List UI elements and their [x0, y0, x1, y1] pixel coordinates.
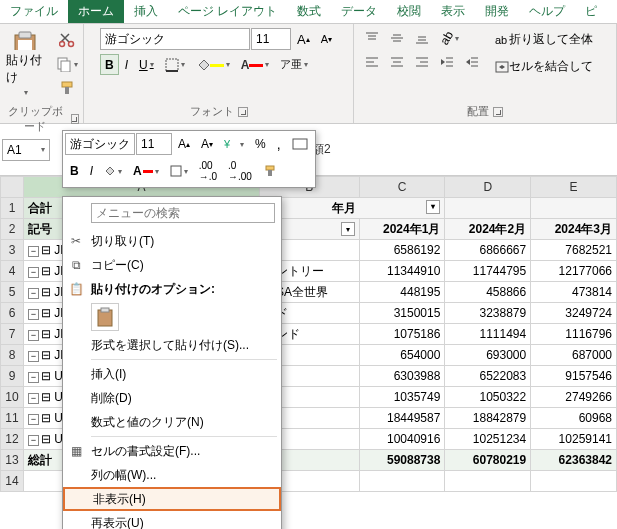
borders-button[interactable]: ▾: [160, 54, 190, 75]
menu-copy[interactable]: ⧉コピー(C): [63, 253, 281, 277]
merge-button[interactable]: セルを結合して: [490, 55, 610, 78]
mini-accounting-button[interactable]: ¥▾: [219, 134, 249, 154]
row-header-6[interactable]: 6: [1, 303, 24, 324]
menu-insert[interactable]: 挿入(I): [63, 362, 281, 386]
mini-format-painter[interactable]: [258, 161, 282, 181]
menu-delete[interactable]: 削除(D): [63, 386, 281, 410]
mini-grow-font[interactable]: A▴: [173, 134, 195, 154]
indent-increase-button[interactable]: [460, 52, 484, 72]
tab-view[interactable]: 表示: [431, 0, 475, 23]
row-header-9[interactable]: 9: [1, 366, 24, 387]
tab-cut[interactable]: ピ: [575, 0, 607, 23]
align-bottom-button[interactable]: [410, 28, 434, 48]
phonetic-button[interactable]: ア亜▾: [275, 54, 313, 75]
underline-button[interactable]: U▾: [134, 54, 159, 75]
grow-font-button[interactable]: A▴: [292, 28, 315, 50]
italic-button[interactable]: I: [120, 54, 133, 75]
align-right-button[interactable]: [410, 52, 434, 72]
align-launcher[interactable]: [493, 107, 503, 117]
tab-home[interactable]: ホーム: [68, 0, 124, 23]
mini-inc-decimal[interactable]: .00→.0: [194, 157, 222, 185]
collapse-icon[interactable]: −: [28, 414, 39, 425]
menu-search-input[interactable]: [91, 203, 275, 223]
orientation-button[interactable]: ab▾: [435, 28, 464, 48]
collapse-icon[interactable]: −: [28, 288, 39, 299]
tab-page-layout[interactable]: ページ レイアウト: [168, 0, 287, 23]
font-name-select[interactable]: [100, 28, 250, 50]
align-center-button[interactable]: [385, 52, 409, 72]
row-header-4[interactable]: 4: [1, 261, 24, 282]
filter-button[interactable]: ▾: [426, 200, 440, 214]
month-col-3[interactable]: 2024年3月: [531, 219, 617, 240]
menu-paste-special[interactable]: 形式を選択して貼り付け(S)...: [63, 333, 281, 357]
col-header-E[interactable]: E: [531, 177, 617, 198]
row-header-5[interactable]: 5: [1, 282, 24, 303]
name-box[interactable]: A1▾: [2, 139, 50, 161]
paste-option-default[interactable]: [91, 303, 119, 331]
row-header-13[interactable]: 13: [1, 450, 24, 471]
tab-formulas[interactable]: 数式: [287, 0, 331, 23]
font-launcher[interactable]: [238, 107, 248, 117]
tab-developer[interactable]: 開発: [475, 0, 519, 23]
menu-hide[interactable]: 非表示(H): [63, 487, 281, 511]
collapse-icon[interactable]: −: [28, 246, 39, 257]
collapse-icon[interactable]: −: [28, 372, 39, 383]
row-header-12[interactable]: 12: [1, 429, 24, 450]
cut-button[interactable]: [51, 29, 83, 51]
fill-color-button[interactable]: ▾: [191, 54, 235, 75]
select-all-corner[interactable]: [1, 177, 24, 198]
row-header-11[interactable]: 11: [1, 408, 24, 429]
mini-comma-button[interactable]: ,: [272, 133, 286, 155]
row-header-2[interactable]: 2: [1, 219, 24, 240]
month-col-2[interactable]: 2024年2月: [445, 219, 531, 240]
mini-borders[interactable]: ▾: [165, 162, 193, 180]
menu-cut[interactable]: ✂切り取り(T): [63, 229, 281, 253]
copy-button[interactable]: ▾: [51, 53, 83, 75]
mini-italic[interactable]: I: [85, 161, 98, 181]
collapse-icon[interactable]: −: [28, 330, 39, 341]
wrap-text-button[interactable]: ab折り返して全体: [490, 28, 610, 51]
menu-unhide[interactable]: 再表示(U): [63, 511, 281, 529]
tab-help[interactable]: ヘルプ: [519, 0, 575, 23]
mini-font-select[interactable]: [65, 133, 135, 155]
row-header-1[interactable]: 1: [1, 198, 24, 219]
align-top-button[interactable]: [360, 28, 384, 48]
mini-shrink-font[interactable]: A▾: [196, 134, 218, 154]
collapse-icon[interactable]: −: [28, 267, 39, 278]
format-painter-button[interactable]: [51, 77, 83, 99]
align-middle-button[interactable]: [385, 28, 409, 48]
tab-review[interactable]: 校閲: [387, 0, 431, 23]
mini-merge-button[interactable]: [287, 135, 313, 153]
tab-insert[interactable]: 挿入: [124, 0, 168, 23]
tab-file[interactable]: ファイル: [0, 0, 68, 23]
collapse-icon[interactable]: −: [28, 393, 39, 404]
clipboard-launcher[interactable]: [71, 114, 80, 124]
indent-decrease-button[interactable]: [435, 52, 459, 72]
bold-button[interactable]: B: [100, 54, 119, 75]
collapse-icon[interactable]: −: [28, 351, 39, 362]
menu-format-cells[interactable]: ▦セルの書式設定(F)...: [63, 439, 281, 463]
row-header-7[interactable]: 7: [1, 324, 24, 345]
col-header-D[interactable]: D: [445, 177, 531, 198]
month-col-1[interactable]: 2024年1月: [359, 219, 445, 240]
col-header-C[interactable]: C: [359, 177, 445, 198]
row-header-8[interactable]: 8: [1, 345, 24, 366]
tab-data[interactable]: データ: [331, 0, 387, 23]
header-year-month[interactable]: 年月▾: [259, 198, 444, 219]
menu-clear[interactable]: 数式と値のクリア(N): [63, 410, 281, 434]
menu-column-width[interactable]: 列の幅(W)...: [63, 463, 281, 487]
collapse-icon[interactable]: −: [28, 309, 39, 320]
font-color-button[interactable]: A▾: [236, 54, 275, 75]
font-size-select[interactable]: [251, 28, 291, 50]
mini-fill-color[interactable]: ▾: [99, 162, 127, 180]
align-left-button[interactable]: [360, 52, 384, 72]
row-header-14[interactable]: 14: [1, 471, 24, 492]
mini-size-select[interactable]: [136, 133, 172, 155]
mini-bold[interactable]: B: [65, 161, 84, 181]
mini-dec-decimal[interactable]: .0→.00: [223, 157, 257, 185]
mini-percent-button[interactable]: %: [250, 134, 271, 154]
filter-button[interactable]: ▾: [341, 222, 355, 236]
row-header-10[interactable]: 10: [1, 387, 24, 408]
row-header-3[interactable]: 3: [1, 240, 24, 261]
shrink-font-button[interactable]: A▾: [316, 28, 337, 50]
